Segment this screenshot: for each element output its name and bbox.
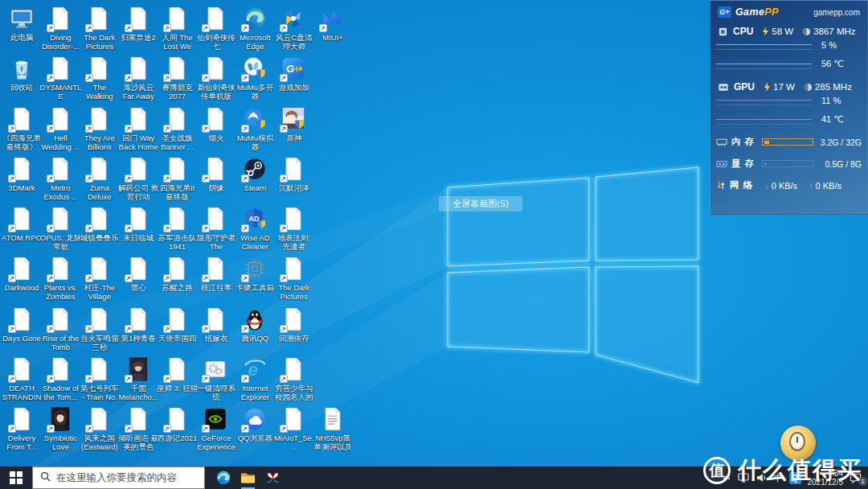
display-icon[interactable]: [738, 473, 749, 483]
memory-label: 内 存: [731, 136, 755, 148]
desktop-icon[interactable]: 末日临城: [119, 205, 158, 255]
desktop-icon[interactable]: 倾听画语 最美的景色: [119, 405, 158, 455]
doc-icon: [165, 157, 190, 182]
action-center-icon[interactable]: 1: [850, 473, 864, 483]
desktop-icon[interactable]: 天使帝国四: [158, 306, 197, 355]
doc-icon: [10, 207, 35, 232]
desktop-icon[interactable]: Days Gone: [2, 306, 41, 355]
desktop-icon[interactable]: Metro Exodus ...: [41, 155, 80, 205]
cpu-usage-meter: 5 %: [710, 38, 867, 56]
desktop-icon[interactable]: 回溯依存: [275, 306, 313, 355]
desktop-icon[interactable]: Hell Wedding ...: [41, 105, 80, 155]
desktop-icon-label: Plants vs. Zombies G...: [39, 283, 81, 301]
desktop-icon-label: Steam: [234, 183, 276, 192]
q-tray-icon[interactable]: Q: [789, 472, 801, 484]
desktop-icon-label: 千面 Melancho...: [117, 384, 159, 401]
desktop-icon[interactable]: 此电脑: [2, 5, 41, 55]
desktop-icon[interactable]: 城镇叠叠乐: [80, 205, 119, 255]
desktop-icon[interactable]: 沉默沼泽: [275, 155, 313, 205]
desktop-icon[interactable]: 风来之国 (Eastward): [80, 405, 119, 455]
desktop-icon[interactable]: 回收站: [2, 55, 41, 105]
desktop-icon[interactable]: 当火车鸣笛三秒: [80, 306, 119, 355]
desktop-icon[interactable]: The Walking Dead The ...: [80, 55, 119, 105]
desktop-icon[interactable]: 西游记2021: [158, 405, 197, 455]
desktop-icon[interactable]: MuMu模拟器: [235, 105, 274, 155]
desktop-icon[interactable]: 纸嫁衣: [197, 306, 235, 355]
desktop-icon[interactable]: 赛博朋克 2077: [158, 55, 197, 105]
desktop-icon[interactable]: The Dark Pictures M...: [80, 5, 119, 55]
desktop-icon[interactable]: Rise of the Tomb Raider: [41, 306, 80, 355]
desktop-icon[interactable]: 苏醒之路: [158, 255, 197, 305]
gamepp-app-icon: G+: [281, 56, 306, 81]
desktop-icon[interactable]: 一键清理系统: [197, 355, 235, 405]
desktop-icon[interactable]: 人间 The Lost We Lost: [158, 5, 197, 55]
chevron-up-icon[interactable]: [722, 473, 731, 483]
desktop-icon[interactable]: 千面 Melancho...: [119, 355, 158, 405]
desktop-icon[interactable]: MIUI+: [313, 5, 352, 55]
taskbar-app-screenshot-tool[interactable]: [260, 466, 285, 489]
start-button[interactable]: [0, 466, 32, 489]
desktop-icon[interactable]: 第七号列车 - Train No. 7: [80, 355, 119, 405]
desktop-icon[interactable]: Shadow of the Tom...: [41, 355, 80, 405]
desktop-icon[interactable]: Zuma Deluxe: [80, 155, 119, 205]
desktop-icon[interactable]: 地表法则: 先遣者: [275, 205, 313, 255]
desktop-icon[interactable]: ATOM RPG: [2, 205, 41, 255]
desktop-icon[interactable]: Microsoft Edge: [235, 5, 274, 55]
desktop-icon[interactable]: 原神: [275, 105, 313, 155]
desktop-icon[interactable]: 四海兄弟II 最终版: [158, 155, 197, 205]
desktop-icon[interactable]: Darkwood: [2, 255, 41, 305]
desktop-icon[interactable]: NH55vp简单测评以及购...: [313, 405, 352, 455]
desktop-icon[interactable]: 烟火: [197, 105, 235, 155]
desktop-icon[interactable]: OPUS: 龙脉常歌: [41, 205, 80, 255]
desktop-icon[interactable]: eInternet Explorer: [235, 355, 274, 405]
desktop-icon[interactable]: 巫师 3: 狂猎: [158, 355, 197, 405]
desktop-icon[interactable]: 噩心: [119, 255, 158, 305]
fullscreen-screenshot-button[interactable]: 全屏幕截图(S): [439, 196, 522, 212]
desktop-icon[interactable]: They Are Billions: [80, 105, 119, 155]
shortcut-arrow-icon: [280, 274, 288, 282]
desktop-icon[interactable]: 穷苦少年与校园名人的生...: [275, 355, 313, 405]
desktop-icon[interactable]: Symbiotic Love: [41, 405, 80, 455]
desktop-icon[interactable]: G+游戏加加: [275, 55, 313, 105]
desktop-icon[interactable]: 海沙风云 Far Away: [119, 55, 158, 105]
desktop-icon[interactable]: 仙剑奇侠传七: [197, 5, 235, 55]
desktop-icon[interactable]: QQ浏览器: [235, 405, 274, 455]
desktop-icon[interactable]: MuMu多开器: [235, 55, 274, 105]
desktop-icon[interactable]: 《四海兄弟 最终版》: [2, 105, 41, 155]
desktop-icon[interactable]: DYSMANTLE: [41, 55, 80, 105]
desktop-icon[interactable]: 隐形守护者 The Invisib...: [197, 205, 235, 255]
desktop-icon[interactable]: Diving Disorder-...: [41, 5, 80, 55]
desktop-icon[interactable]: Delivery From T...: [2, 405, 41, 455]
desktop-icon[interactable]: MiAIoT_Se...: [275, 405, 313, 455]
desktop-icon[interactable]: Plants vs. Zombies G...: [41, 255, 80, 305]
desktop-icon[interactable]: Steam: [235, 155, 274, 205]
desktop-icon[interactable]: 新仙剑奇侠传单机版: [197, 55, 235, 105]
speaker-icon[interactable]: [755, 473, 767, 483]
desktop-icon[interactable]: 枝江往事: [197, 255, 235, 305]
desktop-icon-label: Darkwood: [1, 283, 43, 292]
taskbar-app-file-explorer[interactable]: [235, 466, 260, 489]
clock[interactable]: 4:34 2021/12/5: [808, 469, 844, 487]
desktop-icon[interactable]: 风云C盘清理大师: [275, 5, 313, 55]
desktop-icon[interactable]: 腾讯QQ: [235, 306, 274, 355]
desktop-icon[interactable]: 归家异途2: [119, 5, 158, 55]
cpu-usage-value: 5 %: [812, 40, 862, 50]
desktop-icon[interactable]: 圣女战旗 Banner ...: [158, 105, 197, 155]
desktop-icon[interactable]: The Dark Pictures An...: [275, 255, 313, 305]
floating-avatar[interactable]: [780, 425, 816, 461]
desktop-icon[interactable]: 解药公司 救世行动: [119, 155, 158, 205]
desktop-icon[interactable]: 卡硬工具箱: [235, 255, 274, 305]
desktop-icon[interactable]: GeForce Experience: [197, 405, 235, 455]
taskbar-search[interactable]: 在这里输入你要搜索的内容: [32, 466, 205, 489]
desktop-icon[interactable]: 3DMark: [2, 155, 41, 205]
desktop-icon[interactable]: DEATH STRANDING: [2, 355, 41, 405]
desktop-icon[interactable]: 第1种青春: [119, 306, 158, 355]
input-method-indicator[interactable]: 中: [773, 472, 783, 484]
desktop-icon[interactable]: 苏军游击队 1941: [158, 205, 197, 255]
taskbar-app-microsoft-edge[interactable]: [211, 466, 235, 489]
shortcut-arrow-icon: [163, 325, 171, 333]
desktop-icon[interactable]: ADWise AD Cleaner: [235, 205, 274, 255]
desktop-icon[interactable]: 阴缘: [197, 155, 235, 205]
desktop-icon[interactable]: 回门 Way Back Home: [119, 105, 158, 155]
desktop-icon[interactable]: 村庄-The Village: [80, 255, 119, 305]
